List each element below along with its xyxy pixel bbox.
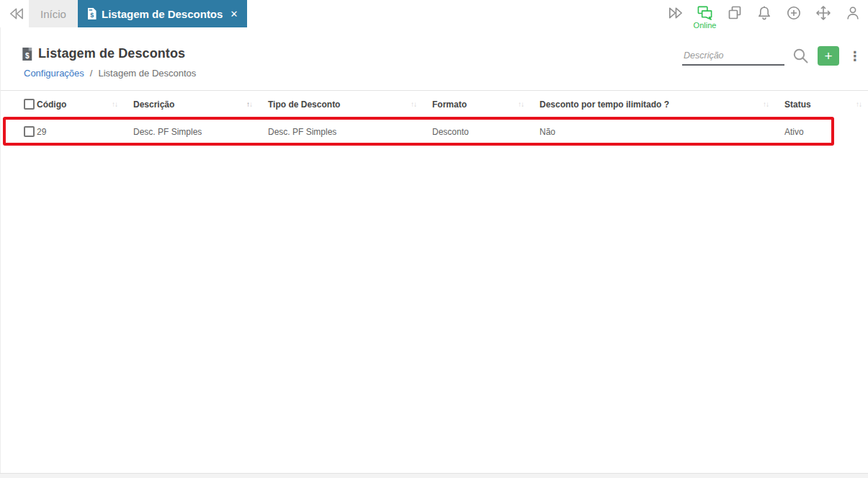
cell-codigo: 29 [37, 127, 133, 137]
user-icon [845, 5, 861, 21]
more-options-button[interactable]: ⋮ [849, 48, 859, 64]
sort-down-icon: ↓ [766, 100, 769, 108]
rewind-icon [8, 6, 24, 21]
header-icon-toolbar: Online [666, 4, 862, 22]
column-header-tipo-de-desconto[interactable]: Tipo de Desconto ↑↓ [268, 99, 432, 110]
cell-tipo-de-desconto: Desc. PF Simples [268, 127, 432, 137]
cell-descricao: Desc. PF Simples [133, 127, 268, 137]
footer-strip [0, 473, 868, 478]
open-tabs: Início $ Listagem de Descontos ✕ [29, 0, 247, 27]
sort-icon: ↑↓ [246, 101, 252, 108]
column-label: Formato [432, 99, 467, 110]
sort-icon: ↑↓ [763, 101, 769, 108]
sort-down-icon: ↓ [413, 100, 416, 108]
plus-icon: + [824, 49, 832, 63]
chat-button[interactable]: Online [696, 4, 714, 22]
cell-status: Ativo [784, 127, 868, 137]
search-input[interactable] [682, 46, 784, 66]
notifications-button[interactable] [755, 4, 773, 22]
breadcrumb-current: Listagem de Descontos [98, 68, 196, 79]
fast-forward-button[interactable] [666, 4, 684, 22]
search-icon [792, 48, 809, 64]
kebab-menu-icon: ⋮ [849, 49, 862, 63]
tab-bar: Início $ Listagem de Descontos ✕ [0, 0, 868, 27]
sort-down-icon: ↓ [859, 100, 862, 108]
svg-text:$: $ [90, 12, 94, 19]
search-button[interactable] [791, 47, 810, 66]
sort-down-icon: ↓ [249, 100, 252, 108]
row-checkbox[interactable] [24, 126, 35, 137]
cell-formato: Desconto [432, 127, 540, 137]
column-label: Descrição [133, 99, 174, 110]
column-header-descricao[interactable]: Descrição ↑↓ [133, 99, 268, 110]
svg-text:$: $ [25, 51, 30, 59]
move-arrows-icon [815, 5, 831, 21]
add-record-button[interactable]: + [818, 46, 839, 66]
table-header-row: Código ↑↓ Descrição ↑↓ Tipo de Desconto … [0, 90, 868, 118]
add-new-button[interactable] [784, 4, 802, 22]
collapse-tabs-button[interactable] [8, 0, 24, 27]
breadcrumb-link-configuracoes[interactable]: Configurações [24, 68, 84, 79]
page-header: $ Listagem de Descontos Configurações / … [0, 27, 868, 80]
page-title: Listagem de Descontos [38, 46, 185, 61]
left-edge-divider [0, 27, 1, 473]
column-label: Desconto por tempo ilimitado ? [540, 99, 669, 110]
invoice-dollar-icon: $ [22, 48, 32, 61]
column-header-status[interactable]: Status ↑↓ [784, 99, 868, 110]
column-header-desconto-por-tempo-ilimitado[interactable]: Desconto por tempo ilimitado ? ↑↓ [540, 99, 784, 110]
sort-icon: ↑↓ [411, 101, 416, 108]
plus-circle-icon [786, 5, 802, 21]
column-label: Código [37, 99, 66, 110]
breadcrumb-separator: / [90, 68, 93, 79]
tab-label: Início [40, 8, 66, 20]
close-tab-icon[interactable]: ✕ [230, 9, 238, 19]
sort-icon: ↑↓ [518, 101, 524, 108]
tab-listagem-de-descontos[interactable]: $ Listagem de Descontos ✕ [78, 0, 247, 27]
tab-label: Listagem de Descontos [102, 8, 223, 20]
fast-forward-icon [667, 6, 684, 20]
column-header-codigo[interactable]: Código ↑↓ [37, 99, 133, 110]
column-label: Tipo de Desconto [268, 99, 340, 110]
table-row[interactable]: 29 Desc. PF Simples Desc. PF Simples Des… [0, 118, 868, 146]
breadcrumb: Configurações / Listagem de Descontos [24, 68, 868, 79]
column-label: Status [784, 99, 811, 110]
sort-icon: ↑↓ [112, 101, 117, 108]
move-button[interactable] [814, 4, 832, 22]
windows-button[interactable] [725, 4, 743, 22]
copy-windows-icon [727, 5, 743, 21]
search-toolbar: + ⋮ [682, 46, 859, 66]
invoice-dollar-icon: $ [87, 8, 97, 19]
tab-inicio[interactable]: Início [29, 0, 78, 27]
sort-icon: ↑↓ [856, 101, 862, 108]
sort-down-icon: ↓ [115, 100, 117, 108]
column-header-formato[interactable]: Formato ↑↓ [432, 99, 540, 110]
sort-down-icon: ↓ [521, 100, 524, 108]
chat-icon [697, 5, 713, 21]
cell-desconto-por-tempo-ilimitado: Não [540, 127, 784, 137]
discounts-table: Código ↑↓ Descrição ↑↓ Tipo de Desconto … [0, 90, 868, 146]
bell-icon [756, 5, 772, 21]
select-all-checkbox[interactable] [24, 99, 35, 110]
user-profile-button[interactable] [844, 4, 862, 22]
